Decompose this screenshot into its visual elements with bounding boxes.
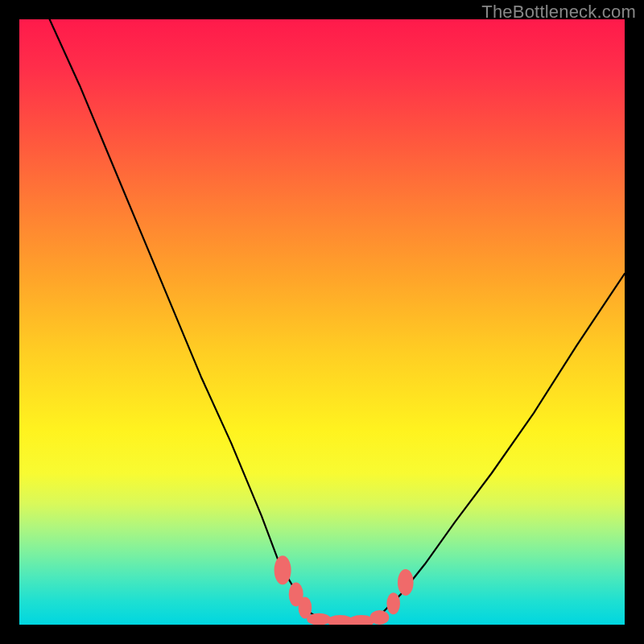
- chart-svg: [19, 19, 625, 625]
- marker-valley-bead-1: [307, 613, 331, 625]
- marker-valley-bead-4: [369, 610, 389, 625]
- series-group: [50, 19, 625, 621]
- marker-group: [275, 555, 414, 625]
- plot-area: [19, 19, 625, 625]
- marker-left-stem-lower: [299, 597, 312, 618]
- watermark-text: TheBottleneck.com: [481, 2, 636, 23]
- series-left-curve: [50, 19, 310, 613]
- outer-frame: TheBottleneck.com: [0, 0, 644, 644]
- marker-left-stem-upper: [275, 555, 291, 584]
- marker-right-stem-lower: [386, 592, 400, 614]
- marker-right-stem-upper: [398, 569, 414, 596]
- series-right-curve: [382, 274, 625, 613]
